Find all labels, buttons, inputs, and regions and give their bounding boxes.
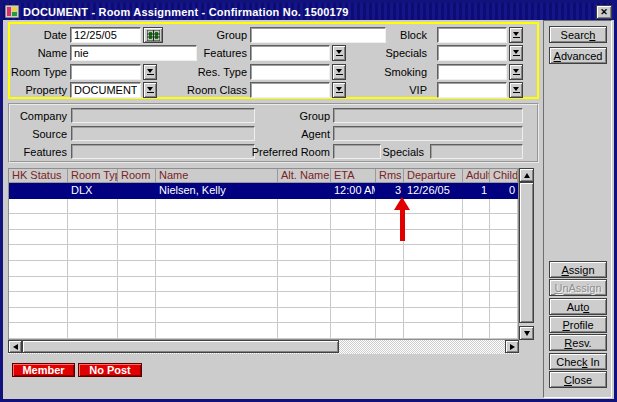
table-cell[interactable]: [490, 214, 518, 230]
table-cell[interactable]: [68, 199, 118, 215]
table-cell[interactable]: [278, 199, 331, 215]
table-row[interactable]: [9, 292, 518, 308]
member-badge[interactable]: Member: [12, 363, 75, 377]
table-cell[interactable]: [404, 277, 463, 293]
table-cell[interactable]: [376, 292, 404, 308]
table-cell[interactable]: [9, 277, 68, 293]
scroll-down-icon[interactable]: [519, 326, 534, 340]
table-cell[interactable]: [278, 245, 331, 261]
res-type-input[interactable]: [250, 64, 330, 80]
table-cell[interactable]: [68, 323, 118, 339]
table-cell[interactable]: [9, 323, 68, 339]
block-lov-icon[interactable]: [509, 27, 523, 43]
table-cell[interactable]: [376, 245, 404, 261]
table-cell[interactable]: [463, 308, 490, 324]
room-type-input[interactable]: [70, 64, 141, 80]
table-cell[interactable]: [9, 292, 68, 308]
date-input[interactable]: [70, 27, 141, 43]
table-cell[interactable]: [118, 245, 156, 261]
property-input[interactable]: [70, 82, 141, 98]
table-cell[interactable]: [331, 323, 376, 339]
table-cell[interactable]: [118, 214, 156, 230]
table-cell[interactable]: DLX: [68, 183, 118, 199]
table-cell[interactable]: [490, 230, 518, 246]
table-cell[interactable]: [490, 199, 518, 215]
smoking-lov-icon[interactable]: [509, 64, 523, 80]
table-cell[interactable]: [331, 308, 376, 324]
res-type-lov-icon[interactable]: [332, 64, 346, 80]
scroll-left-icon[interactable]: [8, 340, 22, 353]
table-row[interactable]: [9, 199, 518, 215]
features-input[interactable]: [250, 45, 330, 61]
table-cell[interactable]: [156, 308, 278, 324]
table-row[interactable]: [9, 323, 518, 339]
table-cell[interactable]: [9, 308, 68, 324]
table-cell[interactable]: [68, 230, 118, 246]
calendar-icon[interactable]: [143, 27, 163, 43]
table-cell[interactable]: [9, 214, 68, 230]
table-cell[interactable]: [490, 245, 518, 261]
table-cell[interactable]: [331, 214, 376, 230]
table-cell[interactable]: [278, 292, 331, 308]
table-cell[interactable]: [404, 245, 463, 261]
table-cell[interactable]: 12:00 AM: [331, 183, 376, 199]
table-cell[interactable]: [376, 261, 404, 277]
table-cell[interactable]: [68, 277, 118, 293]
table-cell[interactable]: [463, 277, 490, 293]
table-cell[interactable]: [490, 323, 518, 339]
table-row-selected[interactable]: DLXNielsen, Kelly12:00 AM312/26/0510: [9, 183, 518, 199]
table-cell[interactable]: 0: [490, 183, 518, 199]
table-row[interactable]: [9, 230, 518, 246]
specials-input[interactable]: [437, 45, 507, 61]
table-cell[interactable]: [68, 292, 118, 308]
room-class-lov-icon[interactable]: [332, 82, 346, 98]
table-cell[interactable]: [463, 292, 490, 308]
table-cell[interactable]: [9, 199, 68, 215]
table-cell[interactable]: [404, 230, 463, 246]
features-lov-icon[interactable]: [332, 45, 346, 61]
scroll-up-icon[interactable]: [519, 168, 534, 182]
table-cell[interactable]: [404, 292, 463, 308]
horizontal-scrollbar-thumb[interactable]: [22, 340, 339, 353]
smoking-input[interactable]: [437, 64, 507, 80]
table-cell[interactable]: [156, 261, 278, 277]
check-in-button[interactable]: Check In: [549, 353, 607, 370]
table-cell[interactable]: [376, 323, 404, 339]
table-cell[interactable]: [404, 308, 463, 324]
table-cell[interactable]: [404, 261, 463, 277]
vertical-scrollbar-thumb[interactable]: [519, 182, 534, 323]
table-cell[interactable]: [118, 261, 156, 277]
table-cell[interactable]: [278, 277, 331, 293]
table-cell[interactable]: [68, 261, 118, 277]
table-cell[interactable]: Nielsen, Kelly: [156, 183, 278, 199]
table-cell[interactable]: [118, 230, 156, 246]
profile-button[interactable]: Profile: [549, 316, 607, 333]
table-cell[interactable]: [278, 308, 331, 324]
table-cell[interactable]: [118, 277, 156, 293]
table-cell[interactable]: [156, 230, 278, 246]
table-cell[interactable]: [278, 183, 331, 199]
block-input[interactable]: [437, 27, 507, 43]
application-icon[interactable]: [5, 5, 19, 18]
resv-button[interactable]: Resv.: [549, 334, 607, 351]
table-cell[interactable]: [404, 199, 463, 215]
table-cell[interactable]: [156, 323, 278, 339]
table-cell[interactable]: [9, 245, 68, 261]
table-cell[interactable]: [118, 183, 156, 199]
table-cell[interactable]: [331, 230, 376, 246]
table-cell[interactable]: [68, 308, 118, 324]
table-cell[interactable]: [278, 214, 331, 230]
property-lov-icon[interactable]: [143, 82, 157, 98]
table-cell[interactable]: [376, 277, 404, 293]
table-cell[interactable]: [463, 214, 490, 230]
table-cell[interactable]: [463, 199, 490, 215]
table-cell[interactable]: [331, 277, 376, 293]
room-type-lov-icon[interactable]: [143, 64, 157, 80]
table-cell[interactable]: 1: [463, 183, 490, 199]
scroll-right-icon[interactable]: [505, 340, 519, 353]
table-cell[interactable]: 12/26/05: [404, 183, 463, 199]
vip-input[interactable]: [437, 82, 507, 98]
specials-lov-icon[interactable]: [509, 45, 523, 61]
close-window-button[interactable]: ✕: [596, 5, 612, 19]
auto-button[interactable]: Auto: [549, 298, 607, 315]
